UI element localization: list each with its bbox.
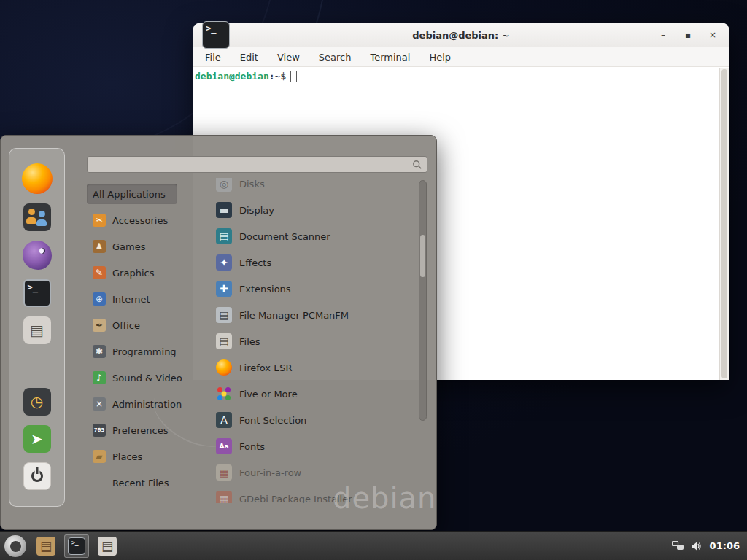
- cinnamon-logo-icon: [10, 541, 21, 552]
- app-four-in-a-row[interactable]: ▦ Four-in-a-row: [209, 459, 417, 486]
- session-shutdown-icon[interactable]: [23, 462, 51, 490]
- app-label: Five or More: [239, 389, 298, 400]
- search-input[interactable]: [92, 159, 412, 170]
- terminal-scrollbar[interactable]: [719, 68, 729, 380]
- favorite-file-cabinet-icon[interactable]: ▤: [23, 316, 51, 344]
- favorite-bird-mascot-icon[interactable]: [23, 241, 52, 270]
- category-sound-video[interactable]: ♪ Sound & Video: [87, 365, 202, 391]
- firefox-icon: [216, 359, 232, 376]
- category-programming[interactable]: ✱ Programming: [87, 338, 202, 365]
- category-label: Places: [112, 451, 142, 462]
- sound-video-icon: ♪: [93, 371, 106, 384]
- category-accessories[interactable]: ✂ Accessories: [87, 207, 202, 233]
- search-box[interactable]: [87, 156, 427, 173]
- terminal-menubar: FileEditViewSearchTerminalHelp: [193, 47, 729, 67]
- volume-icon[interactable]: [691, 540, 703, 552]
- menubar-item-search[interactable]: Search: [319, 52, 352, 63]
- favorite-firefox-icon[interactable]: [22, 163, 53, 194]
- category-graphics[interactable]: ✎ Graphics: [87, 260, 202, 286]
- accessories-icon: ✂: [93, 214, 106, 227]
- menubar-item-view[interactable]: View: [277, 52, 300, 63]
- category-office[interactable]: ✒ Office: [87, 312, 202, 338]
- app-firefox-esr[interactable]: Firefox ESR: [209, 354, 417, 381]
- menu-scrollbar[interactable]: [419, 180, 427, 421]
- terminal-icon: >_: [68, 537, 85, 555]
- app-display[interactable]: ▬ Display: [209, 197, 417, 223]
- clock[interactable]: 01:06: [710, 540, 740, 551]
- taskbar-files-icon[interactable]: ▤: [95, 534, 120, 558]
- session-lock-screen-icon[interactable]: ◷: [23, 388, 51, 416]
- app-label: Extensions: [239, 284, 291, 295]
- file-drawer-icon: ▤: [36, 537, 55, 556]
- favorites-separator: [9, 354, 64, 378]
- category-label: Preferences: [112, 425, 168, 436]
- close-button[interactable]: ×: [707, 30, 719, 40]
- favorite-terminal-icon[interactable]: >_: [23, 279, 51, 307]
- app-label: Document Scanner: [239, 231, 330, 242]
- app-label: File Manager PCManFM: [239, 310, 349, 321]
- app-file-manager-pcmanfm[interactable]: ▤ File Manager PCManFM: [209, 302, 417, 328]
- extensions-icon: ✚: [216, 281, 232, 297]
- category-label: All Applications: [93, 189, 166, 200]
- menubar-item-help[interactable]: Help: [429, 52, 451, 63]
- network-icon[interactable]: [672, 541, 684, 551]
- users-icon: [23, 203, 51, 231]
- shutdown-icon: [23, 462, 51, 490]
- minimize-button[interactable]: –: [657, 30, 669, 40]
- taskbar-terminal-icon[interactable]: >_: [64, 534, 89, 558]
- session-logout-icon[interactable]: ➤: [23, 425, 51, 453]
- app-font-selection[interactable]: A Font Selection: [209, 407, 417, 433]
- search-icon: [412, 160, 422, 170]
- five-or-more-icon: [216, 386, 232, 402]
- menu-button[interactable]: [4, 535, 26, 557]
- app-label: Font Selection: [239, 415, 306, 426]
- app-label: Firefox ESR: [239, 362, 293, 373]
- maximize-button[interactable]: ▪: [682, 30, 694, 40]
- app-effects[interactable]: ✦ Effects: [209, 249, 417, 276]
- category-label: Administration: [112, 399, 182, 410]
- gdebi-icon: ▦: [216, 491, 232, 503]
- app-files[interactable]: ▤ Files: [209, 328, 417, 354]
- category-administration[interactable]: × Administration: [87, 391, 202, 417]
- display-icon: ▬: [216, 202, 232, 218]
- app-list: ◎ Disks ▬ Display ▤ Document Scanner ✦ E…: [209, 178, 417, 503]
- terminal-icon: >_: [23, 279, 51, 307]
- files-icon: ▤: [98, 537, 117, 556]
- terminal-app-icon: >_: [202, 21, 230, 49]
- graphics-icon: ✎: [93, 266, 106, 279]
- file-cabinet-icon: ▤: [23, 316, 51, 344]
- app-label: Fonts: [239, 441, 265, 452]
- category-internet[interactable]: ⊕ Internet: [87, 286, 202, 312]
- terminal-scrollbar-thumb[interactable]: [721, 69, 727, 378]
- menubar-item-edit[interactable]: Edit: [240, 52, 258, 63]
- app-gdebi-package-installer[interactable]: ▦ GDebi Package Installer: [209, 486, 417, 503]
- administration-icon: ×: [93, 397, 106, 411]
- bird-mascot-icon: [23, 241, 52, 270]
- taskbar-status-area: 01:06: [672, 540, 747, 552]
- firefox-icon: [22, 163, 53, 194]
- category-all-applications[interactable]: All Applications: [87, 184, 177, 204]
- app-document-scanner[interactable]: ▤ Document Scanner: [209, 223, 417, 249]
- menu-scrollbar-thumb[interactable]: [420, 235, 425, 277]
- taskbar-file-drawer-icon[interactable]: ▤: [34, 534, 58, 558]
- fonts-icon: Aa: [216, 438, 232, 454]
- taskbar: ▤ >_ ▤ 01:06: [0, 531, 747, 560]
- favorite-users-icon[interactable]: [23, 203, 51, 231]
- app-label: GDebi Package Installer: [239, 494, 352, 504]
- menubar-item-file[interactable]: File: [205, 52, 221, 63]
- app-disks[interactable]: ◎ Disks: [209, 178, 417, 197]
- category-recent-files[interactable]: Recent Files: [87, 470, 202, 496]
- terminal-cursor: [290, 71, 297, 82]
- lock-screen-icon: ◷: [23, 388, 51, 416]
- menubar-item-terminal[interactable]: Terminal: [370, 52, 410, 63]
- app-five-or-more[interactable]: Five or More: [209, 381, 417, 407]
- app-fonts[interactable]: Aa Fonts: [209, 433, 417, 459]
- category-games[interactable]: ♟ Games: [87, 233, 202, 260]
- category-preferences[interactable]: 765 Preferences: [87, 417, 202, 443]
- app-extensions[interactable]: ✚ Extensions: [209, 276, 417, 302]
- terminal-titlebar[interactable]: >_ debian@debian: ~ –▪×: [193, 23, 729, 47]
- font-selection-icon: A: [216, 412, 232, 428]
- app-label: Effects: [239, 257, 271, 268]
- category-label: Sound & Video: [112, 373, 182, 384]
- category-places[interactable]: ▰ Places: [87, 443, 202, 470]
